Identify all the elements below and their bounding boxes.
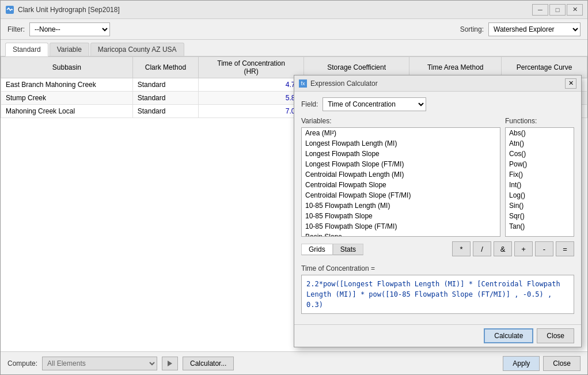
variable-item[interactable]: Centroidal Flowpath Slope	[302, 180, 500, 190]
sorting-label: Sorting:	[460, 25, 484, 33]
dialog-title-left: fx Expression Calculator	[299, 79, 378, 88]
operator-button[interactable]: &	[494, 241, 512, 256]
field-row: Field: Time of Concentration	[301, 97, 574, 111]
dialog-content: Field: Time of Concentration Variables: …	[294, 92, 581, 324]
variable-item[interactable]: Centroidal Flowpath Slope (FT/MI)	[302, 190, 500, 200]
operator-button[interactable]: /	[473, 241, 491, 256]
cell-toc: 7.02	[199, 105, 304, 118]
tab-bar: Standard Variable Maricopa County AZ USA	[1, 40, 587, 56]
cell-method: Standard	[132, 78, 198, 92]
calculate-button[interactable]: Calculate	[484, 328, 533, 343]
window-close-button[interactable]: ✕	[567, 4, 583, 16]
cell-subbasin: Mahoning Creek Local	[1, 105, 133, 118]
close-main-button[interactable]: Close	[543, 356, 581, 371]
variable-item[interactable]: 10-85 Flowpath Slope (FT/MI)	[302, 221, 500, 232]
cell-method: Standard	[132, 92, 198, 105]
dialog-x-button[interactable]: ✕	[565, 78, 576, 89]
expr-text[interactable]: 2.2*pow([Longest Flowpath Length (MI)] *…	[301, 275, 574, 314]
function-item[interactable]: Sqr()	[506, 211, 574, 221]
variable-item[interactable]: Longest Flowpath Slope (FT/MI)	[302, 159, 500, 169]
function-item[interactable]: Log()	[506, 190, 574, 200]
function-item[interactable]: Int()	[506, 180, 574, 190]
compute-label: Compute:	[7, 359, 37, 368]
dialog-title-bar: fx Expression Calculator ✕	[294, 75, 581, 92]
function-item[interactable]: Fix()	[506, 169, 574, 180]
function-item[interactable]: Pow()	[506, 159, 574, 169]
cell-subbasin: East Branch Mahoning Creek	[1, 78, 133, 92]
operator-button[interactable]: -	[535, 241, 553, 256]
cell-toc: 5.86	[199, 92, 304, 105]
tab-variable[interactable]: Variable	[50, 43, 89, 56]
vars-funcs-row: Variables: Area (MI²)Longest Flowpath Le…	[301, 117, 574, 237]
dialog-bottom-buttons: Calculate Close	[294, 324, 581, 347]
function-item[interactable]: Cos()	[506, 149, 574, 159]
apply-button[interactable]: Apply	[503, 356, 540, 371]
sub-tab-grids[interactable]: Grids	[301, 244, 333, 255]
expr-label: Time of Concentration =	[301, 264, 574, 272]
sub-tab-stats[interactable]: Stats	[333, 244, 363, 255]
col-clark-method: Clark Method	[132, 57, 198, 78]
tab-maricopa[interactable]: Maricopa County AZ USA	[90, 43, 184, 56]
dialog-close-button[interactable]: Close	[537, 328, 574, 343]
expression-calculator-dialog: fx Expression Calculator ✕ Field: Time o…	[294, 75, 582, 347]
functions-panel: Functions: Abs()Atn()Cos()Pow()Fix()Int(…	[505, 117, 574, 237]
functions-label: Functions:	[505, 117, 574, 125]
tab-standard[interactable]: Standard	[5, 43, 48, 56]
filter-label: Filter:	[7, 25, 25, 33]
variable-item[interactable]: Centroidal Flowpath Length (MI)	[302, 169, 500, 180]
function-item[interactable]: Abs()	[506, 128, 574, 138]
variable-item[interactable]: Area (MI²)	[302, 128, 500, 138]
field-dropdown[interactable]: Time of Concentration	[323, 97, 426, 111]
title-controls: ─ □ ✕	[532, 4, 583, 16]
col-subbasin: Subbasin	[1, 57, 133, 78]
maximize-button[interactable]: □	[549, 4, 566, 16]
bottom-bar: Compute: All Elements Calculator... Appl…	[1, 351, 587, 374]
cell-method: Standard	[132, 105, 198, 118]
sorting-select[interactable]: Watershed Explorer	[488, 22, 581, 36]
dialog-title-text: Expression Calculator	[310, 79, 378, 88]
operator-button[interactable]: =	[556, 241, 574, 256]
operator-button[interactable]: +	[514, 241, 533, 256]
col-toc: Time of Concentration(HR)	[199, 57, 304, 78]
cell-toc: 4.72	[199, 78, 304, 92]
sorting-area: Sorting: Watershed Explorer	[460, 22, 581, 36]
operator-button[interactable]: *	[452, 241, 471, 256]
window-title: Clark Unit Hydrograph [Sep2018]	[18, 6, 120, 14]
compute-area: Compute: All Elements Calculator...	[7, 357, 234, 370]
variable-item[interactable]: 10-85 Flowpath Length (MI)	[302, 200, 500, 211]
toolbar: Filter: --None-- Sorting: Watershed Expl…	[1, 19, 587, 40]
functions-list[interactable]: Abs()Atn()Cos()Pow()Fix()Int()Log()Sin()…	[505, 127, 574, 237]
variables-panel: Variables: Area (MI²)Longest Flowpath Le…	[301, 117, 500, 237]
compute-select[interactable]: All Elements	[42, 357, 157, 370]
sub-tab-bar: Grids Stats	[301, 244, 363, 255]
svg-marker-1	[168, 361, 172, 366]
filter-area: Filter: --None--	[7, 22, 110, 36]
calculator-icon: fx	[299, 79, 307, 88]
bottom-right-buttons: Apply Close	[503, 356, 581, 371]
calculator-button[interactable]: Calculator...	[183, 357, 234, 370]
operators-row: */&+-=	[452, 241, 574, 256]
field-label: Field:	[301, 100, 318, 108]
variable-item[interactable]: Basin Slope	[302, 232, 500, 237]
title-bar-left: Clark Unit Hydrograph [Sep2018]	[5, 5, 120, 14]
cell-subbasin: Stump Creek	[1, 92, 133, 105]
title-bar: Clark Unit Hydrograph [Sep2018] ─ □ ✕	[1, 1, 587, 19]
variable-item[interactable]: Longest Flowpath Length (MI)	[302, 138, 500, 149]
app-icon	[5, 5, 14, 14]
variable-item[interactable]: Longest Flowpath Slope	[302, 149, 500, 159]
function-item[interactable]: Atn()	[506, 138, 574, 149]
run-button[interactable]	[162, 357, 178, 370]
function-item[interactable]: Sin()	[506, 200, 574, 211]
function-item[interactable]: Tan()	[506, 221, 574, 232]
filter-select[interactable]: --None--	[29, 22, 110, 36]
variables-list[interactable]: Area (MI²)Longest Flowpath Length (MI)Lo…	[301, 127, 500, 237]
minimize-button[interactable]: ─	[532, 4, 548, 16]
variable-item[interactable]: 10-85 Flowpath Slope	[302, 211, 500, 221]
variables-label: Variables:	[301, 117, 500, 125]
